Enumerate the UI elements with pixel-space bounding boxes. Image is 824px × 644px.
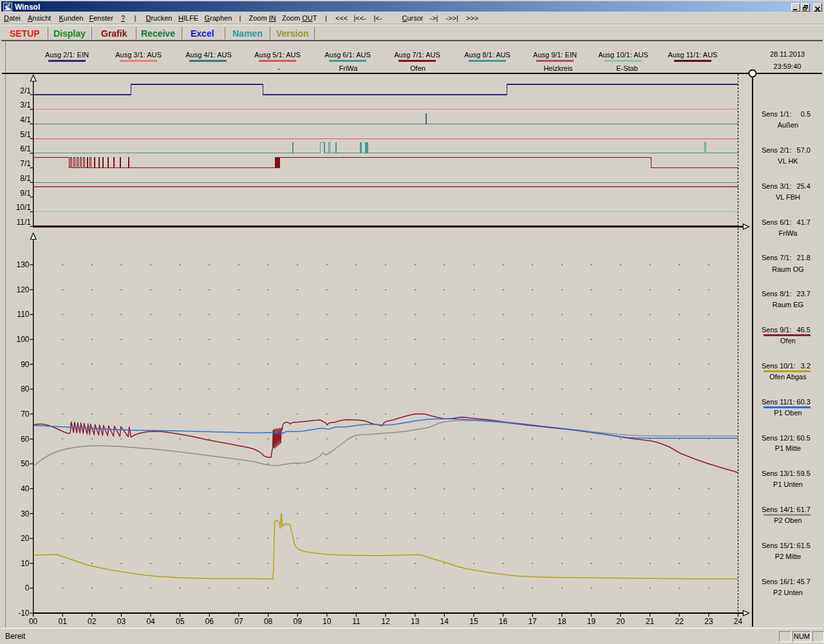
svg-text:18: 18 [557,617,566,626]
svg-text:0: 0 [25,583,30,592]
svg-text:10: 10 [21,559,30,568]
svg-text:15: 15 [469,617,478,626]
svg-text:22: 22 [675,617,684,626]
svg-text:7/1: 7/1 [20,159,31,168]
svg-text:06: 06 [205,617,214,626]
svg-text:30: 30 [21,509,30,518]
svg-text:16: 16 [499,617,508,626]
svg-text:90: 90 [21,360,30,369]
svg-text:4/1: 4/1 [20,115,31,124]
svg-text:00: 00 [29,617,38,626]
svg-text:03: 03 [117,617,126,626]
svg-text:14: 14 [440,617,449,626]
svg-text:13: 13 [411,617,420,626]
svg-text:09: 09 [294,617,303,626]
svg-text:10: 10 [323,617,332,626]
svg-text:110: 110 [17,310,29,319]
svg-text:8/1: 8/1 [20,174,31,183]
svg-text:50: 50 [21,459,30,468]
svg-text:02: 02 [88,617,97,626]
svg-text:10/1: 10/1 [16,203,32,212]
svg-text:3/1: 3/1 [20,100,31,109]
svg-text:100: 100 [16,335,29,344]
svg-text:20: 20 [616,617,625,626]
svg-text:17: 17 [528,617,537,626]
svg-text:-10: -10 [18,609,30,618]
svg-text:19: 19 [587,617,596,626]
svg-text:07: 07 [234,617,243,626]
svg-text:70: 70 [21,410,30,419]
svg-text:11/1: 11/1 [17,218,32,227]
svg-text:9/1: 9/1 [20,189,31,198]
svg-text:23: 23 [704,617,713,626]
svg-text:2/1: 2/1 [20,86,31,95]
svg-text:5/1: 5/1 [20,130,31,139]
svg-text:80: 80 [21,384,30,393]
svg-text:21: 21 [646,617,655,626]
svg-text:24: 24 [734,617,743,626]
svg-text:130: 130 [16,260,29,269]
svg-text:05: 05 [176,617,185,626]
svg-text:20: 20 [21,534,30,543]
svg-text:120: 120 [16,285,29,294]
svg-text:04: 04 [146,617,155,626]
svg-text:01: 01 [59,617,68,626]
svg-text:6/1: 6/1 [20,144,31,153]
svg-text:60: 60 [21,435,30,444]
svg-text:12: 12 [381,617,390,626]
svg-text:40: 40 [21,484,30,493]
svg-text:08: 08 [264,617,273,626]
svg-text:11: 11 [352,617,360,626]
